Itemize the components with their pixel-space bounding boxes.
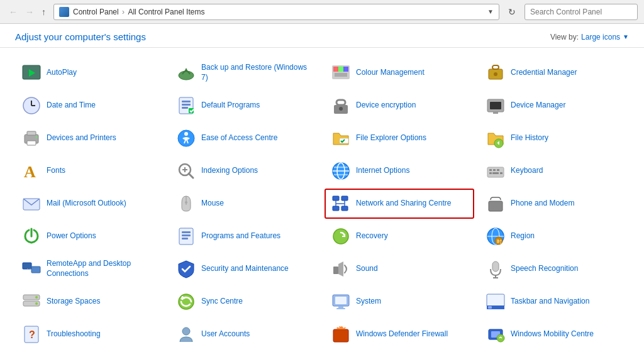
cp-label-ease-of-access: Ease of Access Centre xyxy=(201,133,277,143)
indexing-icon xyxy=(176,161,196,181)
cp-item-colour-management[interactable]: Colour Management xyxy=(325,58,474,88)
cp-item-file-explorer-options[interactable]: File Explorer Options xyxy=(325,123,474,153)
cp-label-file-history: File History xyxy=(511,133,548,143)
svg-point-85 xyxy=(35,296,38,299)
cp-item-security-maintenance[interactable]: Security and Maintenance xyxy=(170,254,319,284)
fonts-icon: A xyxy=(21,161,42,181)
keyboard-icon xyxy=(486,161,506,181)
svg-rect-5 xyxy=(333,67,338,72)
svg-rect-68 xyxy=(182,238,188,239)
cp-label-remoteapp: RemoteApp and Desktop Connections xyxy=(47,259,158,278)
cp-item-indexing-options[interactable]: Indexing Options xyxy=(170,156,319,186)
svg-rect-59 xyxy=(341,206,348,211)
cp-item-storage-spaces[interactable]: Storage Spaces xyxy=(15,287,165,317)
cp-label-devices-printers: Devices and Printers xyxy=(47,133,116,143)
back-button[interactable]: ← xyxy=(6,6,20,18)
svg-rect-92 xyxy=(487,294,504,307)
sound-icon xyxy=(331,259,351,279)
cp-label-date-time: Date and Time xyxy=(47,101,96,111)
svg-rect-7 xyxy=(343,67,348,72)
cp-item-device-encryption[interactable]: Device encryption xyxy=(325,91,474,121)
svg-rect-94 xyxy=(488,306,492,309)
cp-item-network-sharing[interactable]: Network and Sharing Centre xyxy=(325,189,474,219)
forward-button[interactable]: → xyxy=(23,6,36,18)
search-input[interactable] xyxy=(525,4,638,20)
cp-item-credential-manager[interactable]: Credential Manager xyxy=(479,58,629,88)
cp-item-fonts[interactable]: AFonts xyxy=(15,156,165,186)
cp-item-user-accounts[interactable]: User Accounts xyxy=(170,319,319,344)
cp-label-indexing-options: Indexing Options xyxy=(201,166,258,176)
power-icon xyxy=(21,226,42,246)
cp-label-network-sharing: Network and Sharing Centre xyxy=(356,199,451,209)
file-explorer-icon xyxy=(331,128,351,148)
cp-item-ease-of-access[interactable]: Ease of Access Centre xyxy=(170,123,319,153)
cp-label-windows-defender: Windows Defender Firewall xyxy=(356,329,448,339)
cp-item-file-history[interactable]: File History xyxy=(479,123,629,153)
cp-label-storage-spaces: Storage Spaces xyxy=(47,297,100,307)
svg-point-22 xyxy=(339,107,343,111)
cp-item-devices-printers[interactable]: Devices and Printers xyxy=(15,123,165,153)
cp-item-autoplay[interactable]: AutoPlay xyxy=(15,58,165,88)
ease-access-icon xyxy=(176,128,196,148)
svg-rect-24 xyxy=(490,102,501,109)
cp-item-region[interactable]: 时Region xyxy=(479,221,629,251)
up-button[interactable]: ↑ xyxy=(39,6,48,18)
file-history-icon xyxy=(486,128,506,148)
sync-icon xyxy=(176,292,196,312)
system-icon xyxy=(331,292,351,312)
svg-point-11 xyxy=(494,72,497,76)
cp-item-mouse[interactable]: Mouse xyxy=(170,189,319,219)
cp-item-default-programs[interactable]: Default Programs xyxy=(170,91,319,121)
cp-item-date-time[interactable]: Date and Time xyxy=(15,91,165,121)
cp-item-device-manager[interactable]: Device Manager xyxy=(479,91,629,121)
cp-item-mail[interactable]: Mail (Microsoft Outlook) xyxy=(15,189,165,219)
cp-item-power-options[interactable]: Power Options xyxy=(15,221,165,251)
svg-point-2 xyxy=(179,71,194,80)
mouse-icon xyxy=(176,194,196,214)
cp-label-backup-restore: Back up and Restore (Windows 7) xyxy=(201,63,313,82)
cp-label-fonts: Fonts xyxy=(47,166,65,176)
view-by-arrow[interactable]: ▼ xyxy=(623,33,629,40)
cp-item-sync-centre[interactable]: Sync Centre xyxy=(170,287,319,317)
cp-label-security-maintenance: Security and Maintenance xyxy=(201,264,289,274)
svg-point-31 xyxy=(184,132,188,136)
cp-item-system[interactable]: System xyxy=(325,287,474,317)
cp-label-programs-features: Programs and Features xyxy=(201,231,280,241)
nav-buttons: ← → ↑ xyxy=(6,6,48,18)
cp-label-keyboard: Keyboard xyxy=(511,166,543,176)
svg-rect-91 xyxy=(336,308,345,309)
cp-item-recovery[interactable]: Recovery xyxy=(325,221,474,251)
svg-point-29 xyxy=(35,136,38,138)
refresh-button[interactable]: ↻ xyxy=(504,6,519,18)
cp-label-phone-modem: Phone and Modem xyxy=(511,199,574,209)
address-field[interactable]: Control Panel › All Control Panel Items … xyxy=(53,4,499,20)
svg-marker-3 xyxy=(184,68,188,72)
cp-item-internet-options[interactable]: Internet Options xyxy=(325,156,474,186)
mail-icon xyxy=(21,194,42,214)
user-accounts-icon xyxy=(176,324,196,344)
view-by-value[interactable]: Large icons xyxy=(581,33,620,41)
cp-label-credential-manager: Credential Manager xyxy=(511,68,577,78)
cp-item-sound[interactable]: Sound xyxy=(325,254,474,284)
device-encryption-icon xyxy=(331,96,351,116)
svg-rect-63 xyxy=(489,201,502,211)
svg-rect-8 xyxy=(335,73,347,77)
svg-rect-98 xyxy=(333,329,348,342)
view-by-control[interactable]: View by: Large icons ▼ xyxy=(550,33,629,41)
cp-item-remoteapp[interactable]: RemoteApp and Desktop Connections xyxy=(15,254,165,284)
cp-item-troubleshooting[interactable]: ?Troubleshooting xyxy=(15,319,165,344)
cp-item-windows-mobility[interactable]: Windows Mobility Centre xyxy=(479,319,629,344)
cp-label-troubleshooting: Troubleshooting xyxy=(47,329,101,339)
address-dropdown-arrow[interactable]: ▼ xyxy=(487,8,494,15)
cp-item-keyboard[interactable]: Keyboard xyxy=(479,156,629,186)
region-icon: 时 xyxy=(486,226,506,246)
troubleshoot-icon: ? xyxy=(21,324,42,344)
cp-item-speech-recognition[interactable]: Speech Recognition xyxy=(479,254,629,284)
credential-icon xyxy=(486,63,506,83)
svg-rect-89 xyxy=(335,297,347,304)
cp-item-windows-defender[interactable]: Windows Defender Firewall xyxy=(325,319,474,344)
cp-item-backup-restore[interactable]: Back up and Restore (Windows 7) xyxy=(170,58,319,88)
cp-item-taskbar-navigation[interactable]: Taskbar and Navigation xyxy=(479,287,629,317)
cp-item-phone-modem[interactable]: Phone and Modem xyxy=(479,189,629,219)
cp-item-programs-features[interactable]: Programs and Features xyxy=(170,221,319,251)
